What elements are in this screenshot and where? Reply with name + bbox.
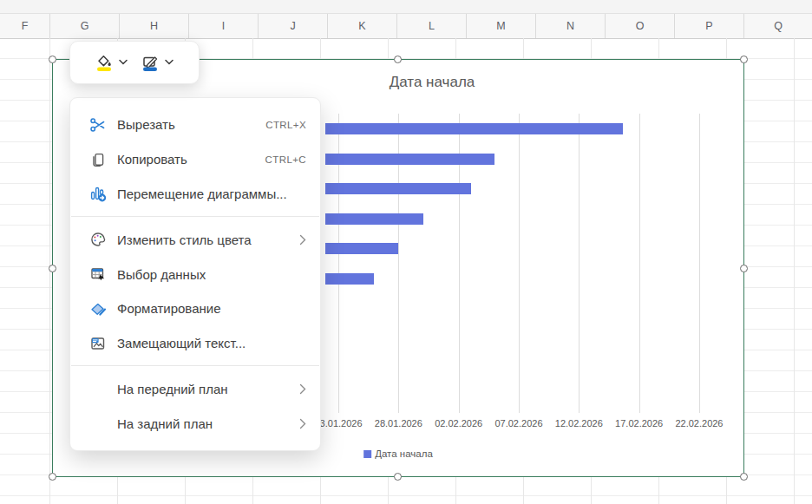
- x-axis-tick-label[interactable]: 02.02.2026: [435, 418, 482, 429]
- menu-item-label: Изменить стиль цвета: [117, 232, 252, 247]
- resize-handle-mid-left[interactable]: [49, 265, 56, 272]
- color-style-icon: [89, 231, 107, 248]
- menu-item-label: Копировать: [117, 152, 187, 167]
- plot-gridline: [639, 114, 640, 413]
- data-bar[interactable]: [325, 154, 494, 165]
- menu-icon-spacer: [89, 415, 107, 432]
- menu-item-label: На задний план: [117, 416, 213, 431]
- resize-handle-top-center[interactable]: [394, 56, 402, 63]
- chart-context-menu: Вырезать CTRL+X Копировать CTRL+C Переме…: [69, 97, 321, 451]
- plot-gridline: [519, 114, 520, 413]
- copy-icon: [89, 151, 107, 168]
- submenu-chevron-icon: [299, 418, 306, 429]
- chart-legend[interactable]: Дата начала: [363, 448, 433, 459]
- menu-item-label: Замещающий текст...: [117, 336, 246, 350]
- x-axis-tick-label[interactable]: 07.02.2026: [494, 418, 542, 429]
- x-axis-tick-label[interactable]: 17.02.2026: [615, 418, 663, 429]
- menu-item-select-data[interactable]: Выбор данных: [70, 257, 320, 291]
- scissors-icon: [89, 116, 107, 134]
- chevron-down-icon[interactable]: [118, 59, 128, 66]
- resize-handle-bottom-left[interactable]: [49, 473, 56, 481]
- column-header-q[interactable]: Q: [744, 14, 812, 38]
- column-header-i[interactable]: I: [189, 14, 259, 38]
- resize-handle-bottom-right[interactable]: [740, 473, 748, 481]
- resize-handle-top-right[interactable]: [740, 56, 748, 63]
- column-header-k[interactable]: K: [328, 14, 397, 38]
- column-header-j[interactable]: J: [259, 14, 328, 38]
- plot-gridline: [579, 114, 580, 413]
- resize-handle-bottom-center[interactable]: [394, 473, 402, 481]
- menu-item-change-color-style[interactable]: Изменить стиль цвета: [70, 222, 320, 257]
- chevron-down-icon[interactable]: [164, 59, 174, 66]
- column-header-p[interactable]: P: [675, 14, 744, 38]
- menu-item-alt-text[interactable]: Замещающий текст...: [70, 326, 320, 361]
- fill-swatch: [97, 68, 111, 71]
- column-header-h[interactable]: H: [120, 14, 189, 38]
- column-header-o[interactable]: O: [606, 14, 675, 38]
- format-icon: [89, 300, 107, 317]
- data-bar[interactable]: [325, 123, 623, 134]
- column-header-l[interactable]: L: [397, 14, 467, 38]
- menu-item-label: Выбор данных: [117, 267, 206, 282]
- x-axis-tick-label[interactable]: 12.02.2026: [555, 418, 603, 429]
- column-header-f[interactable]: F: [0, 14, 50, 38]
- column-header-m[interactable]: M: [467, 14, 536, 38]
- menu-item-label: Перемещение диаграммы...: [117, 187, 287, 201]
- data-bar[interactable]: [325, 243, 398, 254]
- resize-handle-top-left[interactable]: [49, 56, 56, 63]
- outline-swatch: [143, 68, 157, 71]
- menu-icon-spacer: [89, 380, 107, 397]
- outline-color-button[interactable]: [137, 50, 178, 75]
- x-axis-tick-label[interactable]: 22.02.2026: [675, 418, 723, 429]
- legend-marker: [363, 450, 371, 458]
- column-header-g[interactable]: G: [50, 14, 120, 38]
- data-bar[interactable]: [325, 213, 423, 225]
- plot-area[interactable]: 23.01.202628.01.202602.02.202607.02.2026…: [325, 114, 699, 413]
- outline-color-icon: [141, 53, 160, 72]
- select-data-icon: [89, 265, 107, 283]
- submenu-chevron-icon: [299, 383, 306, 395]
- fill-color-button[interactable]: [91, 50, 132, 75]
- menu-divider: [71, 365, 319, 366]
- legend-label: Дата начала: [375, 448, 433, 459]
- data-bar[interactable]: [325, 183, 471, 194]
- menu-shortcut: CTRL+C: [265, 154, 306, 165]
- data-bar[interactable]: [325, 273, 374, 285]
- menu-item-label: Форматирование: [117, 301, 221, 316]
- column-headers: F G H I J K L M N O P Q: [0, 14, 812, 39]
- menu-item-send-to-back[interactable]: На задний план: [70, 406, 320, 441]
- formula-bar-edge: [0, 0, 812, 14]
- move-chart-icon: [89, 185, 107, 202]
- x-axis-tick-label[interactable]: 23.01.2026: [314, 418, 362, 429]
- submenu-chevron-icon: [299, 234, 306, 245]
- menu-item-move-chart[interactable]: Перемещение диаграммы...: [70, 177, 320, 212]
- menu-item-label: Вырезать: [117, 117, 175, 132]
- floating-format-toolbar: [69, 41, 200, 84]
- alt-text-icon: [89, 335, 107, 352]
- chart-title[interactable]: Дата начала: [390, 74, 475, 91]
- menu-item-format[interactable]: Форматирование: [70, 291, 320, 326]
- menu-item-label: На передний план: [117, 382, 228, 396]
- resize-handle-mid-right[interactable]: [740, 265, 748, 272]
- fill-color-icon: [95, 53, 114, 72]
- menu-item-copy[interactable]: Копировать CTRL+C: [70, 142, 320, 177]
- column-header-n[interactable]: N: [536, 14, 606, 38]
- x-axis-tick-label[interactable]: 28.01.2026: [375, 418, 422, 429]
- menu-shortcut: CTRL+X: [265, 120, 306, 130]
- menu-item-cut[interactable]: Вырезать CTRL+X: [70, 108, 320, 142]
- plot-gridline: [699, 114, 700, 413]
- menu-divider: [71, 216, 319, 217]
- menu-item-bring-to-front[interactable]: На передний план: [70, 371, 320, 406]
